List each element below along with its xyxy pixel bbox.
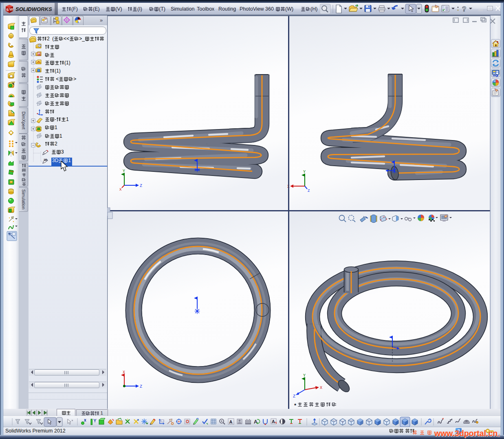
svg-text:Z: Z xyxy=(140,384,142,389)
svg-text:X: X xyxy=(123,370,125,375)
svg-text:S: S xyxy=(6,7,9,12)
svg-text:?: ? xyxy=(462,5,466,13)
svg-text:Y: Y xyxy=(303,170,306,174)
svg-text:Z: Z xyxy=(140,184,142,188)
svg-text:Y: Y xyxy=(123,169,125,173)
svg-text:Z: Z xyxy=(308,189,310,193)
svg-text:»: » xyxy=(100,17,103,23)
svg-text:A: A xyxy=(272,419,275,424)
svg-text:A: A xyxy=(229,419,233,424)
svg-text:X: X xyxy=(320,386,322,390)
svg-text:3D: 3D xyxy=(44,158,47,161)
svg-text:A: A xyxy=(38,53,40,56)
svg-text:Y: Y xyxy=(303,373,306,378)
svg-text:Z: Z xyxy=(293,394,295,399)
svg-text:W: W xyxy=(9,7,13,11)
svg-text:X: X xyxy=(119,188,122,192)
svg-text:A: A xyxy=(254,419,258,425)
